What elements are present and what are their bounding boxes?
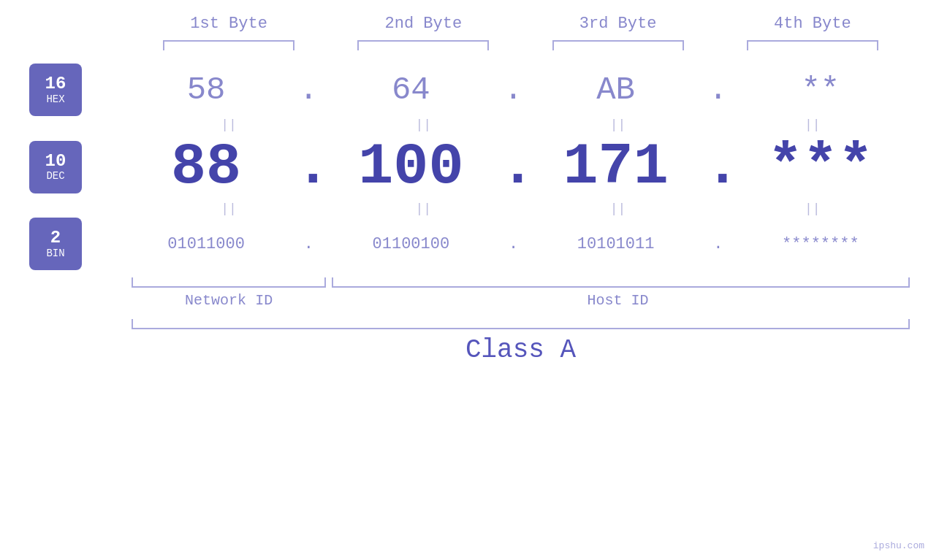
bracket-host <box>332 277 910 288</box>
hex-name: HEX <box>46 94 64 105</box>
dec-row: 10 DEC 88 . 100 . 171 . *** <box>29 134 910 200</box>
bin-name: BIN <box>46 248 64 259</box>
bracket-top-4 <box>747 40 878 50</box>
byte-header-2: 2nd Byte <box>326 15 520 33</box>
hex-dot-3: . <box>705 72 731 108</box>
bin-row: 2 BIN 01011000 . 01100100 . 10101011 . *… <box>29 218 910 270</box>
bin-badge: 2 BIN <box>29 218 82 270</box>
class-label: Class A <box>132 335 910 365</box>
dec-number: 10 <box>45 152 66 171</box>
dec-val-2: 100 <box>322 134 500 200</box>
main-container: 1st Byte 2nd Byte 3rd Byte 4th Byte 16 H… <box>0 0 939 560</box>
dec-badge-col: 10 DEC <box>29 141 117 193</box>
byte-header-1: 1st Byte <box>132 15 326 33</box>
bin-val-1: 01011000 <box>117 235 295 253</box>
bin-values: 01011000 . 01100100 . 10101011 . *******… <box>117 235 910 253</box>
equals-sep-2: || || || || <box>29 202 910 216</box>
bracket-cell-1 <box>132 40 326 50</box>
hex-number: 16 <box>45 74 66 93</box>
bracket-cell-4 <box>715 40 910 50</box>
dec-dot-3: . <box>705 138 731 196</box>
host-id-label: Host ID <box>326 292 910 309</box>
network-id-label: Network ID <box>132 292 326 309</box>
class-row: Class A <box>29 319 910 365</box>
bracket-network <box>132 277 326 288</box>
bin-badge-col: 2 BIN <box>29 218 117 270</box>
hex-val-4: ** <box>731 72 910 108</box>
bin-number: 2 <box>50 229 61 248</box>
hex-badge: 16 HEX <box>29 64 82 116</box>
dec-val-1: 88 <box>117 134 295 200</box>
eq-1-3: || <box>521 118 715 132</box>
bracket-top-1 <box>163 40 294 50</box>
hex-val-1: 58 <box>117 72 295 108</box>
eq-2-2: || <box>326 202 520 216</box>
eq-1-4: || <box>715 118 910 132</box>
hex-values: 58 . 64 . AB . ** <box>117 72 910 108</box>
bottom-labels: Network ID Host ID <box>132 292 910 309</box>
byte-header-3: 3rd Byte <box>521 15 715 33</box>
eq-1-1: || <box>132 118 326 132</box>
dec-val-4: *** <box>731 134 910 200</box>
hex-row: 16 HEX 58 . 64 . AB . ** <box>29 64 910 116</box>
bin-dot-1: . <box>295 235 322 253</box>
dec-val-3: 171 <box>527 134 705 200</box>
byte-headers: 1st Byte 2nd Byte 3rd Byte 4th Byte <box>29 15 910 33</box>
bin-dot-3: . <box>705 235 731 253</box>
dec-badge: 10 DEC <box>29 141 82 193</box>
bracket-top-2 <box>357 40 489 50</box>
bin-dot-2: . <box>501 235 527 253</box>
watermark: ipshu.com <box>873 540 924 551</box>
bottom-bracket-area: Network ID Host ID <box>29 277 910 309</box>
bracket-cell-3 <box>521 40 715 50</box>
bracket-cell-2 <box>326 40 520 50</box>
byte-header-4: 4th Byte <box>715 15 910 33</box>
dec-name: DEC <box>46 171 64 182</box>
bin-val-3: 10101011 <box>527 235 705 253</box>
class-bracket <box>132 319 910 329</box>
bin-val-2: 01100100 <box>322 235 500 253</box>
dec-dot-2: . <box>501 138 527 196</box>
equals-sep-1: || || || || <box>29 118 910 132</box>
hex-badge-col: 16 HEX <box>29 64 117 116</box>
hex-dot-2: . <box>501 72 527 108</box>
eq-2-3: || <box>521 202 715 216</box>
hex-dot-1: . <box>295 72 322 108</box>
hex-val-3: AB <box>527 72 705 108</box>
eq-2-4: || <box>715 202 910 216</box>
top-brackets <box>29 40 910 50</box>
eq-2-1: || <box>132 202 326 216</box>
bracket-top-3 <box>552 40 684 50</box>
hex-val-2: 64 <box>322 72 500 108</box>
bin-val-4: ******** <box>731 235 910 253</box>
bottom-brackets <box>132 277 910 288</box>
dec-dot-1: . <box>295 138 322 196</box>
eq-1-2: || <box>326 118 520 132</box>
dec-values: 88 . 100 . 171 . *** <box>117 134 910 200</box>
